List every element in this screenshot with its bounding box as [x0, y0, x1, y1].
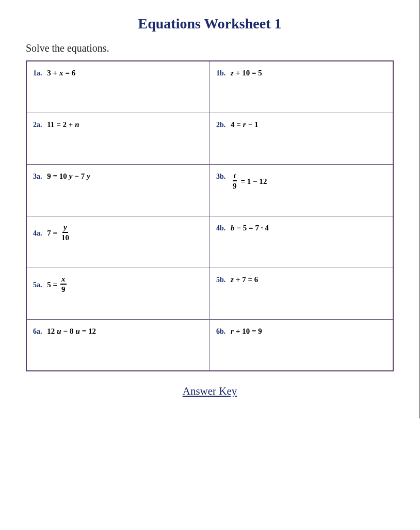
equation: b − 5 = 7 · 4 — [231, 224, 269, 232]
problem-6a: 6a. 12u − 8u = 12 — [26, 319, 210, 371]
problem-label: 5b. — [216, 276, 225, 284]
equation: 4 = r − 1 — [231, 120, 258, 129]
problem-4b: 4b. b − 5 = 7 · 4 — [210, 216, 394, 268]
problems-table: 1a. 3 + x = 6 1b. z + 10 = 5 2a. 11 = 2 … — [26, 60, 394, 371]
equation: z + 7 = 6 — [231, 275, 258, 284]
problem-label: 4b. — [216, 224, 225, 232]
problem-label: 1a. — [33, 69, 42, 77]
problem-1b: 1b. z + 10 = 5 — [210, 61, 394, 113]
equation: 5 = x 9 — [47, 275, 67, 294]
equation: z + 10 = 5 — [231, 69, 262, 77]
fraction: t 9 — [232, 172, 238, 191]
answer-key-section: Answer Key — [26, 385, 394, 398]
problem-1a: 1a. 3 + x = 6 — [26, 61, 210, 113]
problem-5b: 5b. z + 7 = 6 — [210, 268, 394, 319]
problem-2b: 2b. 4 = r − 1 — [210, 113, 394, 164]
equation: t 9 = 1 − 12 — [231, 172, 267, 191]
equation: 7 = y 10 — [47, 224, 71, 243]
problem-label: 6a. — [33, 328, 42, 335]
equation: 12u − 8u = 12 — [47, 327, 96, 336]
problem-3a: 3a. 9 = 10y − 7y — [26, 164, 210, 216]
problem-label: 1b. — [216, 69, 225, 77]
problem-label: 4a. — [33, 229, 42, 237]
problem-3b: 3b. t 9 = 1 − 12 — [210, 164, 394, 216]
problem-5a: 5a. 5 = x 9 — [26, 268, 210, 319]
fraction: y 10 — [60, 223, 70, 242]
worksheet-page: Equations Worksheet 1 Solve the equation… — [0, 0, 420, 418]
problem-label: 3b. — [216, 173, 225, 180]
equation: r + 10 = 9 — [231, 327, 262, 336]
problem-2a: 2a. 11 = 2 + n — [26, 113, 210, 164]
fraction: x 9 — [60, 275, 67, 294]
equation: 9 = 10y − 7y — [47, 172, 90, 181]
problem-label: 6b. — [216, 328, 225, 335]
page-title: Equations Worksheet 1 — [26, 15, 394, 32]
problem-label: 2b. — [216, 121, 225, 129]
answer-key-link[interactable]: Answer Key — [183, 385, 237, 397]
instructions-text: Solve the equations. — [26, 42, 394, 54]
problem-6b: 6b. r + 10 = 9 — [210, 319, 394, 371]
problem-4a: 4a. 7 = y 10 — [26, 216, 210, 268]
problem-label: 2a. — [33, 121, 42, 129]
problem-label: 3a. — [33, 173, 42, 180]
problem-label: 5a. — [33, 281, 42, 289]
equation: 11 = 2 + n — [47, 120, 79, 129]
equation: 3 + x = 6 — [47, 69, 75, 77]
